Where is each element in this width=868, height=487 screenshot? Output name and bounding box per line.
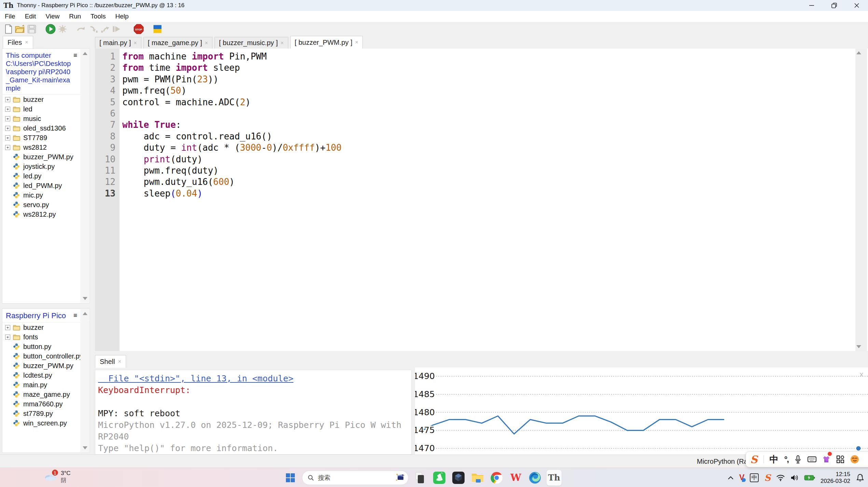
support-ukraine-flag-icon[interactable] (153, 23, 162, 35)
pico-item-buzzer[interactable]: +buzzer (2, 323, 89, 332)
code-area[interactable]: from machine import Pin,PWMfrom time imp… (122, 51, 854, 199)
scroll-up-icon[interactable] (83, 312, 87, 315)
restore-button[interactable] (823, 0, 845, 11)
computer-item-music[interactable]: +music (2, 114, 89, 123)
computer-item-oled_ssd1306[interactable]: +oled_ssd1306 (2, 123, 89, 133)
pico-item-button_controller.py[interactable]: button_controller.py (2, 351, 89, 361)
pico-item-lcdtest.py[interactable]: lcdtest.py (2, 370, 89, 380)
pico-item-maze_game.py[interactable]: maze_game.py (2, 390, 89, 399)
sogou-logo-icon[interactable]: S (750, 454, 758, 465)
expand-toggle[interactable]: + (5, 135, 10, 140)
files-scrollbar[interactable] (80, 49, 89, 303)
pico-item-fonts[interactable]: +fonts (2, 332, 89, 342)
thonny-taskbar-icon[interactable]: Th (547, 470, 562, 486)
resume-button[interactable] (112, 23, 121, 35)
expand-toggle[interactable]: + (5, 107, 10, 112)
pico-menu-icon[interactable]: ≡ (73, 312, 77, 319)
close-shell-panel-icon[interactable]: × (118, 359, 121, 365)
step-out-button[interactable] (100, 23, 110, 35)
ime-keyboard-icon[interactable] (808, 454, 816, 465)
debug-current-script-button[interactable] (58, 23, 67, 35)
close-button[interactable] (845, 0, 868, 11)
phone-link-app-icon[interactable] (413, 470, 428, 486)
close-tab-icon[interactable]: × (205, 40, 208, 46)
ime-punctuation-icon[interactable]: °, (784, 454, 788, 465)
step-into-button[interactable] (89, 23, 98, 35)
computer-item-led_PWM.py[interactable]: led_PWM.py (2, 181, 89, 190)
backend-selector[interactable]: MicroPython (Ra (697, 458, 748, 465)
code-editor[interactable]: 12345678910111213 from machine import Pi… (95, 49, 868, 351)
step-over-button[interactable] (77, 23, 87, 35)
computer-item-led.py[interactable]: led.py (2, 171, 89, 181)
close-tab-icon[interactable]: × (280, 40, 284, 46)
ime-microphone-icon[interactable] (794, 454, 802, 465)
stop-restart-backend-button[interactable]: STOP (134, 23, 144, 35)
pico-item-mma7660.py[interactable]: mma7660.py (2, 399, 89, 409)
editor-tab-maze_game.py[interactable]: [ maze_game.py ]× (143, 37, 212, 49)
ime-mode-indicator[interactable]: 中 (750, 473, 759, 482)
menu-tools[interactable]: Tools (86, 11, 110, 22)
editor-tab-main.py[interactable]: [ main.py ]× (95, 37, 141, 49)
menu-help[interactable]: Help (110, 11, 133, 22)
computer-item-led[interactable]: +led (2, 104, 89, 114)
plotter-close-icon[interactable]: x (860, 370, 864, 378)
editor-scrollbar[interactable] (855, 49, 867, 351)
files-menu-icon[interactable]: ≡ (73, 52, 77, 59)
pico-item-buzzer_PWM.py[interactable]: buzzer_PWM.py (2, 361, 89, 370)
computer-item-buzzer[interactable]: +buzzer (2, 95, 89, 104)
close-tab-icon[interactable]: × (355, 39, 358, 45)
scroll-up-icon[interactable] (83, 52, 87, 55)
editor-tab-buzzer_music.py[interactable]: [ buzzer_music.py ]× (215, 37, 288, 49)
expand-toggle[interactable]: + (5, 145, 10, 150)
expand-toggle[interactable]: + (5, 325, 10, 330)
close-tab-icon[interactable]: × (134, 40, 137, 46)
gamebox-app-icon[interactable] (451, 470, 466, 486)
taskbar-search-box[interactable]: 搜索 ★★★ (302, 471, 409, 485)
menu-view[interactable]: View (41, 11, 64, 22)
scroll-down-icon[interactable] (83, 446, 87, 449)
volume-icon[interactable] (790, 474, 799, 481)
computer-item-joystick.py[interactable]: joystick.py (2, 162, 89, 171)
run-current-script-button[interactable] (45, 23, 56, 35)
computer-item-mic.py[interactable]: mic.py (2, 190, 89, 200)
ime-grid-menu-icon[interactable] (836, 454, 844, 465)
chrome-browser-icon[interactable] (489, 470, 504, 486)
open-file-button[interactable] (15, 23, 25, 35)
expand-toggle[interactable]: + (5, 126, 10, 131)
pico-scrollbar[interactable] (80, 309, 89, 452)
clock[interactable]: 12:15 2026-03-02 (821, 471, 850, 485)
weather-widget[interactable]: 1 3°C 阴 (44, 470, 71, 484)
computer-item-servo.py[interactable]: servo.py (2, 200, 89, 209)
expand-toggle[interactable]: + (5, 116, 10, 121)
scroll-down-icon[interactable] (856, 345, 861, 348)
shell-panel-tab[interactable]: Shell × (95, 355, 126, 368)
menu-file[interactable]: File (0, 11, 20, 22)
files-panel-tab[interactable]: Files × (3, 36, 33, 49)
editor-tab-buzzer_PWM.py[interactable]: [ buzzer_PWM.py ]× (290, 36, 363, 49)
save-file-button[interactable] (27, 23, 36, 35)
close-files-panel-icon[interactable]: × (25, 39, 28, 45)
computer-item-ws2812.py[interactable]: ws2812.py (2, 209, 89, 219)
ime-chinese-mode-icon[interactable]: 中 (770, 454, 779, 465)
new-file-button[interactable] (4, 23, 13, 35)
expand-toggle[interactable]: + (5, 97, 10, 102)
file-explorer-icon[interactable] (470, 470, 485, 486)
search-highlight-clapper-icon[interactable]: ★★★ (395, 472, 405, 484)
wifi-icon[interactable] (776, 474, 785, 481)
computer-item-ws2812[interactable]: +ws2812 (2, 143, 89, 152)
computer-item-ST7789[interactable]: +ST7789 (2, 133, 89, 143)
computer-item-buzzer_PWM.py[interactable]: buzzer_PWM.py (2, 152, 89, 162)
pico-item-st7789.py[interactable]: st7789.py (2, 409, 89, 418)
battery-charging-icon[interactable] (804, 474, 815, 481)
sogou-tray-icon[interactable]: S (764, 473, 771, 483)
menu-edit[interactable]: Edit (20, 11, 41, 22)
scroll-up-icon[interactable] (856, 51, 861, 54)
pico-item-button.py[interactable]: button.py (2, 342, 89, 351)
tray-chevron-icon[interactable] (728, 476, 734, 480)
minimize-button[interactable] (800, 0, 823, 11)
notification-bell-dnd-icon[interactable]: z (856, 473, 865, 482)
start-button[interactable] (283, 470, 298, 486)
edge-browser-icon[interactable] (527, 470, 542, 486)
expand-toggle[interactable]: + (5, 335, 10, 340)
wps-office-icon[interactable]: W (508, 470, 523, 486)
